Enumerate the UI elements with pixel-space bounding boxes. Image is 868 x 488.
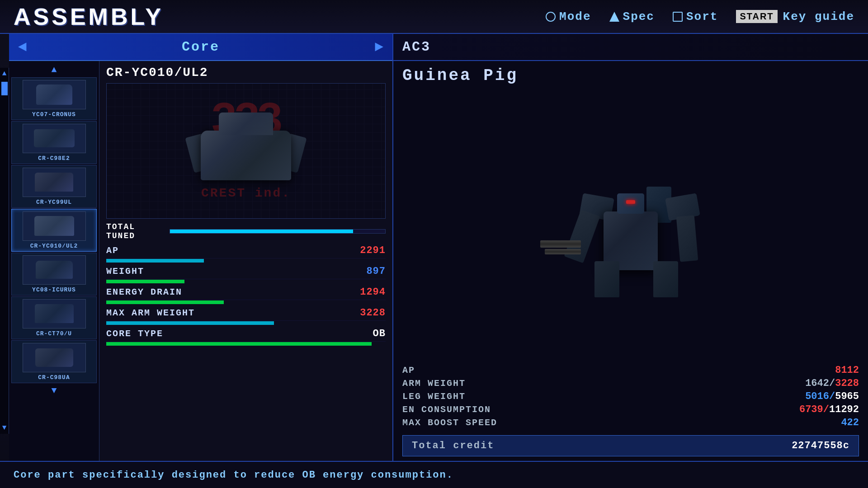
part-shape-3 bbox=[35, 173, 73, 192]
stat-bar-weight bbox=[106, 280, 386, 283]
stat-value-weight: 897 bbox=[349, 266, 386, 277]
sort-nav-item[interactable]: Sort bbox=[673, 10, 718, 23]
circle-icon bbox=[546, 12, 556, 22]
part-thumb-6 bbox=[23, 299, 86, 328]
credit-label: Total credit bbox=[412, 440, 494, 451]
ac-stat-value-arm-weight: 1642/3228 bbox=[805, 378, 859, 389]
ac-stat-value-en-consumption: 6739/11292 bbox=[799, 404, 859, 415]
triangle-icon bbox=[609, 12, 619, 22]
mech-leg-left bbox=[594, 261, 619, 297]
part-item-yc07-cronus[interactable]: YC07-CRONUS bbox=[11, 77, 97, 120]
stats-list: AP 2291 WEIGHT 897 bbox=[106, 243, 386, 347]
mech-arm-right bbox=[676, 215, 698, 262]
ac-name: Guinea Pig bbox=[393, 61, 868, 87]
part-thumb-7 bbox=[23, 343, 86, 372]
ac-stats: AP 8112 ARM WEIGHT 1642/3228 LEG WEIGHT … bbox=[393, 362, 868, 433]
part-label-1: YC07-CRONUS bbox=[32, 111, 76, 118]
stat-bar-fill-ap bbox=[106, 259, 204, 263]
tuned-bar-row: TOTAL TUNED bbox=[106, 222, 386, 240]
part-label-3: CR-YC99UL bbox=[36, 199, 72, 206]
selected-part-name: CR-YC010/UL2 bbox=[106, 66, 386, 80]
scroll-thumb bbox=[1, 82, 8, 95]
ac-stat-value-ap: 8112 bbox=[835, 365, 859, 376]
part-thumb-2 bbox=[23, 124, 86, 153]
part-item-cr-c98e2[interactable]: CR-C98E2 bbox=[11, 121, 97, 164]
stat-bar-fill-energy-drain bbox=[106, 300, 224, 304]
stat-bar-max-arm-weight bbox=[106, 321, 386, 325]
right-arrow-button[interactable]: ► bbox=[375, 39, 383, 56]
total-label: TOTAL TUNED bbox=[106, 222, 165, 240]
stat-row-ap: AP 2291 bbox=[106, 243, 386, 258]
key-guide-label: Key guide bbox=[783, 10, 854, 23]
tuned-bar-track bbox=[170, 229, 386, 234]
ac-stat-name-leg-weight: LEG WEIGHT bbox=[402, 391, 805, 402]
mech-model bbox=[540, 153, 721, 297]
left-content: ▲ YC07-CRONUS CR-C98E2 bbox=[9, 61, 392, 461]
header: ASSEMBLY Mode Spec Sort START Key guide bbox=[0, 0, 868, 34]
left-panel-header: ◄ Core ► bbox=[9, 34, 392, 61]
main-area: ▲ ▼ ◄ Core ► ▲ YC07-CRONUS bbox=[0, 34, 868, 461]
mech-arm-left bbox=[564, 209, 600, 263]
mech-gun-barrel-2 bbox=[545, 249, 581, 254]
part-item-cr-ct70u[interactable]: CR-CT70/U bbox=[11, 296, 97, 339]
core-preview-shape bbox=[187, 113, 305, 189]
key-guide-nav-item[interactable]: START Key guide bbox=[736, 10, 854, 23]
ac-stat-row-ap: AP 8112 bbox=[402, 365, 859, 376]
ac-preview bbox=[393, 87, 868, 362]
ac-stat-row-en-consumption: EN CONSUMPTION 6739/11292 bbox=[402, 404, 859, 415]
stat-bar-core-type bbox=[106, 342, 386, 346]
mech-eye bbox=[626, 200, 635, 204]
status-bar: Core part specifically designed to reduc… bbox=[0, 461, 868, 488]
part-shape-4 bbox=[34, 216, 74, 236]
panel-title: Core bbox=[182, 39, 220, 55]
spec-nav-item[interactable]: Spec bbox=[609, 10, 655, 23]
stat-value-core-type: OB bbox=[349, 328, 386, 339]
part-item-cr-yc010-ul2[interactable]: CR-YC010/UL2 bbox=[11, 209, 97, 252]
spec-label: Spec bbox=[623, 10, 655, 23]
square-icon bbox=[673, 12, 683, 22]
sidebar-scroll-up[interactable]: ▲ bbox=[9, 63, 99, 76]
stat-row-core-type: CORE TYPE OB bbox=[106, 326, 386, 342]
ac-stat-name-ap: AP bbox=[402, 365, 835, 375]
stat-name-energy-drain: ENERGY DRAIN bbox=[106, 287, 349, 297]
credit-value: 22747558c bbox=[792, 440, 849, 451]
part-item-yc08-icurus[interactable]: YC08-ICURUS bbox=[11, 253, 97, 296]
ac-stat-value-leg-weight: 5016/5965 bbox=[805, 391, 859, 402]
header-nav: Mode Spec Sort START Key guide bbox=[546, 10, 854, 23]
stat-row-energy-drain: ENERGY DRAIN 1294 bbox=[106, 285, 386, 300]
part-label-5: YC08-ICURUS bbox=[32, 286, 76, 293]
app-title: ASSEMBLY bbox=[14, 3, 546, 30]
part-item-cr-c98ua[interactable]: CR-C98UA bbox=[11, 340, 97, 383]
credit-bar: Total credit 22747558c bbox=[402, 435, 859, 456]
status-text: Core part specifically designed to reduc… bbox=[14, 469, 453, 481]
part-shape-7 bbox=[35, 348, 73, 367]
ac-stat-row-max-boost-speed: MAX BOOST SPEED 422 bbox=[402, 417, 859, 428]
stat-row-weight: WEIGHT 897 bbox=[106, 264, 386, 279]
tuned-bar-fill bbox=[170, 230, 353, 233]
mech-gun-barrel-1 bbox=[540, 240, 581, 248]
ac-stat-name-max-boost-speed: MAX BOOST SPEED bbox=[402, 418, 841, 428]
part-item-cr-yc99ul[interactable]: CR-YC99UL bbox=[11, 165, 97, 208]
scroll-track: ▲ ▼ bbox=[0, 68, 9, 434]
scroll-down-button[interactable]: ▼ bbox=[0, 422, 9, 434]
stat-value-energy-drain: 1294 bbox=[349, 286, 386, 298]
scroll-up-button[interactable]: ▲ bbox=[0, 68, 9, 80]
part-preview: 333 CREST ind. bbox=[106, 83, 386, 219]
sort-label: Sort bbox=[686, 10, 718, 23]
ac-id: AC3 bbox=[402, 39, 431, 55]
start-badge: START bbox=[736, 10, 777, 23]
mode-nav-item[interactable]: Mode bbox=[546, 10, 591, 23]
core-top bbox=[219, 113, 273, 135]
ac-stat-row-leg-weight: LEG WEIGHT 5016/5965 bbox=[402, 391, 859, 402]
stat-name-ap: AP bbox=[106, 245, 349, 256]
stat-row-max-arm-weight: MAX ARM WEIGHT 3228 bbox=[106, 305, 386, 321]
stat-bar-fill-core-type bbox=[106, 342, 372, 346]
left-arrow-button[interactable]: ◄ bbox=[18, 39, 27, 56]
stat-bar-energy-drain bbox=[106, 300, 386, 304]
stat-name-max-arm-weight: MAX ARM WEIGHT bbox=[106, 308, 349, 318]
stat-name-core-type: CORE TYPE bbox=[106, 328, 349, 339]
stat-name-weight: WEIGHT bbox=[106, 266, 349, 277]
sidebar-scroll-down[interactable]: ▼ bbox=[9, 384, 99, 397]
mech-leg-right bbox=[653, 261, 678, 297]
parts-sidebar: ▲ YC07-CRONUS CR-C98E2 bbox=[9, 61, 99, 461]
